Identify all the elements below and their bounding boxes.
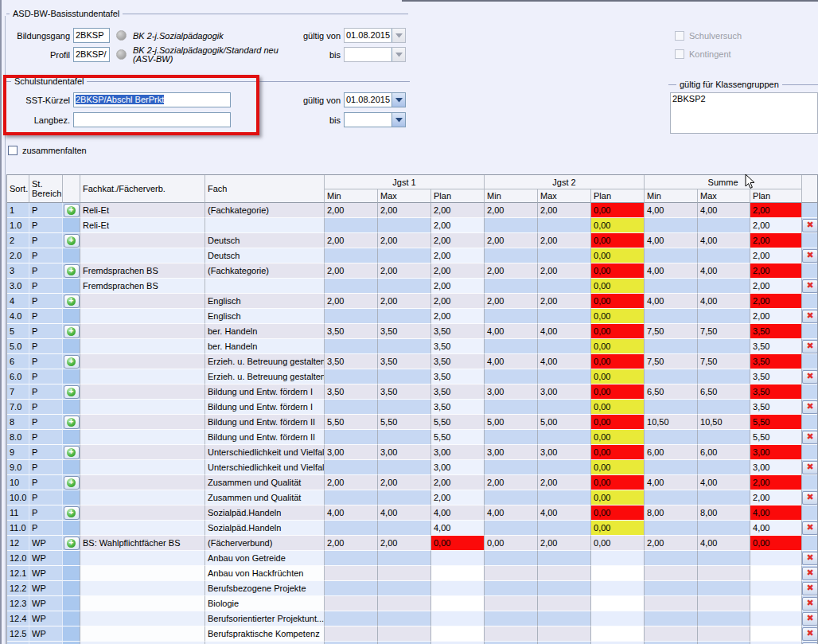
cell-jgst2-max[interactable]: 4,00 [538,324,591,339]
cell-jgst2-plan[interactable]: 0,00 [591,203,645,218]
cell-jgst2-plan[interactable] [591,551,645,566]
cell-jgst2-plan[interactable]: 0,00 [591,248,645,263]
cell-jgst2-min[interactable] [485,460,538,475]
add-row-button[interactable]: + [64,325,80,338]
cell-summe-plan[interactable]: 2,00 [750,263,802,279]
delete-row-button[interactable]: ✖ [802,279,817,293]
delete-row-button[interactable]: ✖ [802,552,817,565]
cell-jgst1-plan[interactable]: 2,00 [431,218,485,233]
cell-jgst2-max[interactable] [538,611,591,626]
cell-jgst1-min[interactable]: 2,00 [325,294,378,309]
cell-jgst2-max[interactable] [538,460,591,475]
cell-jgst1-min[interactable]: 3,00 [325,445,378,460]
cell-jgst2-min[interactable] [485,430,538,445]
add-row-button[interactable]: + [64,264,80,278]
cell-summe-min[interactable] [645,626,698,642]
cell-summe-max[interactable] [698,611,750,626]
cell-summe-plan[interactable] [750,581,802,596]
cell-jgst1-min[interactable] [325,626,378,642]
cell-jgst2-min[interactable] [485,551,538,566]
cell-jgst2-min[interactable] [485,581,538,596]
cell-jgst2-min[interactable]: 2,00 [485,203,538,218]
cell-jgst1-plan[interactable] [431,596,485,611]
cell-jgst1-min[interactable]: 3,50 [325,354,378,369]
delete-row-button[interactable]: ✖ [802,627,817,641]
cell-jgst2-plan[interactable]: 0,00 [591,384,645,400]
cell-jgst1-plan[interactable]: 3,50 [431,369,485,384]
add-row-button[interactable]: + [64,506,80,520]
cell-jgst1-plan[interactable]: 2,00 [431,263,485,279]
cell-jgst1-max[interactable] [378,430,431,445]
cell-jgst2-min[interactable] [485,521,538,536]
cell-jgst2-plan[interactable]: 0,00 [591,415,645,430]
add-row-button[interactable]: + [64,234,80,248]
zusammenfalten-checkbox[interactable] [8,146,18,155]
cell-summe-max[interactable]: 4,00 [698,233,750,248]
cell-jgst1-plan[interactable]: 5,50 [431,430,485,445]
cell-jgst2-max[interactable] [538,596,591,611]
cell-summe-max[interactable]: 7,50 [698,324,750,339]
cell-jgst1-plan[interactable]: 3,50 [431,354,485,369]
cell-jgst2-min[interactable] [485,611,538,626]
cell-summe-max[interactable]: 7,50 [698,354,750,369]
subheader-jgst1-max[interactable]: Max [378,189,431,203]
cell-jgst1-min[interactable]: 4,00 [325,505,378,521]
cell-jgst1-plan[interactable]: 2,00 [431,309,485,324]
cell-jgst1-plan[interactable]: 0,00 [431,536,485,551]
cell-jgst2-max[interactable] [538,279,591,294]
cell-jgst1-max[interactable]: 2,00 [378,263,431,279]
cell-summe-min[interactable] [645,551,698,566]
cell-summe-min[interactable]: 2,00 [645,536,698,551]
cell-jgst2-plan[interactable]: 0,00 [591,263,645,279]
cell-summe-plan[interactable]: 3,50 [750,339,802,354]
cell-jgst1-plan[interactable]: 3,00 [431,460,485,475]
cell-summe-min[interactable] [645,339,698,354]
cell-jgst1-min[interactable] [325,218,378,233]
cell-summe-max[interactable]: 8,00 [698,505,750,521]
cell-summe-max[interactable] [698,309,750,324]
cell-jgst1-max[interactable] [378,248,431,263]
cell-summe-plan[interactable]: 2,00 [750,294,802,309]
cell-jgst1-max[interactable] [378,339,431,354]
delete-row-button[interactable]: ✖ [802,310,817,323]
cell-jgst2-plan[interactable] [591,611,645,626]
cell-jgst1-max[interactable] [378,400,431,415]
subheader-jgst2-plan[interactable]: Plan [591,189,645,203]
cell-jgst2-plan[interactable]: 0,00 [591,339,645,354]
klassengruppen-listbox[interactable]: 2BKSP2 [670,92,818,134]
cell-jgst2-min[interactable] [485,279,538,294]
cell-summe-min[interactable] [645,611,698,626]
cell-summe-min[interactable]: 4,00 [645,294,698,309]
add-row-button[interactable]: + [64,476,80,490]
cell-jgst1-max[interactable]: 3,50 [378,324,431,339]
cell-jgst2-max[interactable] [538,369,591,384]
delete-row-button[interactable]: ✖ [802,400,817,414]
cell-jgst2-min[interactable] [485,339,538,354]
cell-jgst1-max[interactable]: 2,00 [378,203,431,218]
subheader-summe-min[interactable]: Min [645,189,698,203]
cell-summe-min[interactable]: 8,00 [645,505,698,521]
cell-jgst1-min[interactable] [325,551,378,566]
add-row-button[interactable]: + [64,355,80,369]
cell-jgst2-max[interactable]: 3,00 [538,384,591,400]
cell-jgst1-plan[interactable]: 3,00 [431,445,485,460]
cell-jgst2-max[interactable]: 2,00 [538,263,591,279]
cell-jgst1-min[interactable] [325,460,378,475]
cell-summe-max[interactable]: 10,50 [698,415,750,430]
cell-jgst2-min[interactable]: 2,00 [485,263,538,279]
cell-jgst1-max[interactable] [378,566,431,581]
cell-summe-max[interactable] [698,596,750,611]
cell-jgst1-max[interactable] [378,596,431,611]
cell-summe-min[interactable]: 4,00 [645,475,698,490]
bis-combo-2[interactable] [344,112,406,127]
cell-jgst2-max[interactable]: 2,00 [538,233,591,248]
cell-summe-min[interactable] [645,248,698,263]
cell-summe-max[interactable]: 4,00 [698,294,750,309]
cell-jgst2-min[interactable]: 2,00 [485,475,538,490]
cell-summe-plan[interactable]: 4,00 [750,521,802,536]
cell-summe-max[interactable] [698,521,750,536]
cell-jgst1-min[interactable]: 5,50 [325,415,378,430]
column-header-sort[interactable]: Sort. [7,175,29,203]
cell-summe-max[interactable]: 4,00 [698,263,750,279]
cell-jgst2-min[interactable] [485,566,538,581]
